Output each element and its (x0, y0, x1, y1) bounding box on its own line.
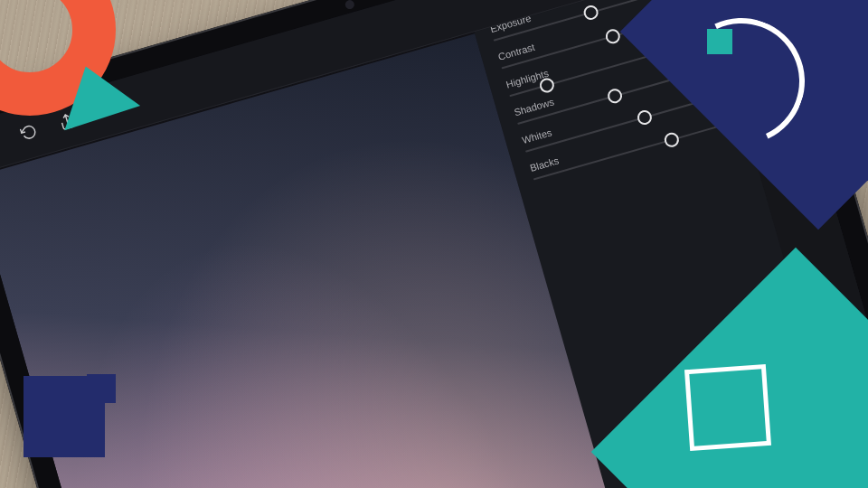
section-optics[interactable]: OPTICS (760, 130, 806, 152)
section-detail[interactable]: DETAIL (750, 89, 793, 109)
slider-label: Whites (521, 127, 553, 145)
tablet-device: ⋯ (0, 0, 868, 488)
section-effects[interactable]: EFFECTS (731, 44, 786, 69)
back-icon[interactable] (0, 132, 2, 155)
slider-value: +14 (675, 0, 694, 11)
slider-value: 0 (703, 52, 711, 63)
slider-value: +22 (699, 80, 718, 95)
undo-icon[interactable] (18, 121, 41, 144)
slider-label: Blacks (529, 155, 560, 173)
front-camera (344, 0, 355, 10)
photo-editor-app: ⋯ (0, 0, 868, 488)
section-color[interactable]: COLOR (725, 3, 768, 23)
slider-value: +42 (707, 108, 726, 123)
share-icon[interactable] (56, 109, 79, 132)
more-icon[interactable]: ⋯ (94, 99, 117, 121)
slider-value: -63 (685, 23, 703, 38)
